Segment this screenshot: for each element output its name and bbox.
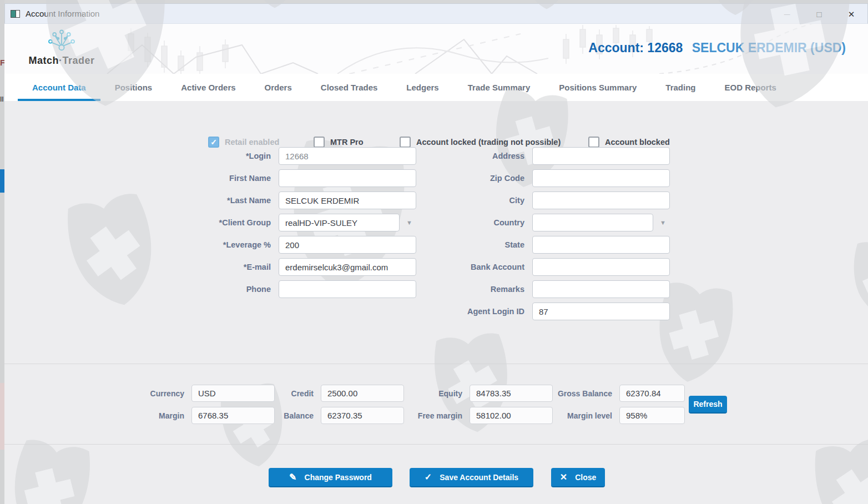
- client-group-select[interactable]: [279, 214, 400, 231]
- client-group-dropdown-arrow-icon[interactable]: ▼: [406, 219, 412, 226]
- phone-label: Phone: [183, 285, 271, 294]
- country-label: Country: [427, 218, 524, 227]
- zip-code-field[interactable]: [532, 169, 670, 187]
- financial-col-4: Gross Balance Margin level: [533, 385, 685, 424]
- city-field[interactable]: [532, 191, 670, 209]
- window-title: Account Information: [26, 9, 99, 18]
- login-field[interactable]: [279, 147, 416, 165]
- agent-login-id-label: Agent Login ID: [427, 307, 524, 316]
- dialog-header: Match·Trader Account: 12668 SELCUK ERDEM…: [4, 24, 868, 74]
- tab-orders[interactable]: Orders: [250, 74, 306, 101]
- gross-balance-label: Gross Balance: [533, 389, 612, 398]
- retail-enabled-checkbox[interactable]: ✓: [208, 137, 219, 148]
- leverage-field[interactable]: [279, 236, 416, 254]
- background-fragment: II: [0, 95, 4, 103]
- tab-positions-summary[interactable]: Positions Summary: [544, 74, 651, 101]
- account-locked-checkbox[interactable]: [400, 137, 411, 148]
- close-button[interactable]: ✕ Close: [551, 468, 605, 487]
- login-label: *Login: [183, 152, 271, 160]
- account-locked-checkbox-group: Account locked (trading not possible): [400, 137, 561, 148]
- phone-field[interactable]: [279, 280, 416, 298]
- close-window-button[interactable]: ✕: [835, 4, 867, 24]
- background-app-strip: F II: [0, 0, 4, 504]
- match-trader-logo: Match·Trader: [26, 28, 98, 67]
- zip-code-label: Zip Code: [427, 174, 524, 183]
- background-fragment: F: [0, 58, 4, 67]
- last-name-label: *Last Name: [183, 196, 271, 205]
- tab-positions[interactable]: Positions: [100, 74, 167, 101]
- logo-text: Match·Trader: [26, 55, 98, 67]
- bank-account-label: Bank Account: [427, 263, 524, 271]
- form-column-right: Address Zip Code City Country ▼ State Ba…: [427, 147, 670, 320]
- currency-label: Currency: [100, 389, 184, 398]
- free-margin-label: Free margin: [388, 411, 462, 420]
- mtr-pro-checkbox[interactable]: [314, 137, 325, 148]
- remarks-label: Remarks: [427, 285, 524, 294]
- account-blocked-checkbox[interactable]: [588, 137, 599, 148]
- state-label: State: [427, 240, 524, 249]
- tab-ledgers[interactable]: Ledgers: [392, 74, 453, 101]
- client-group-label: *Client Group: [183, 218, 271, 227]
- account-holder-name: SELCUK ERDEMIR (USD): [692, 41, 846, 55]
- credit-label: Credit: [244, 389, 314, 398]
- tab-eod-reports[interactable]: EOD Reports: [710, 74, 790, 101]
- account-blocked-checkbox-group: Account blocked: [588, 137, 670, 148]
- change-password-label: Change Password: [305, 473, 372, 482]
- tab-account-data[interactable]: Account Data: [18, 74, 100, 101]
- check-icon: ✓: [425, 472, 432, 482]
- window-controls: ─ □ ✕: [771, 4, 867, 24]
- bank-account-field[interactable]: [532, 258, 670, 276]
- tab-trading[interactable]: Trading: [651, 74, 710, 101]
- tab-closed-trades[interactable]: Closed Trades: [306, 74, 392, 101]
- gross-balance-field[interactable]: [619, 385, 685, 402]
- country-select[interactable]: [532, 214, 653, 231]
- mtr-pro-label: MTR Pro: [330, 138, 364, 147]
- pencil-icon: ✎: [289, 472, 296, 482]
- tab-trade-summary[interactable]: Trade Summary: [453, 74, 545, 101]
- close-label: Close: [575, 473, 596, 482]
- first-name-field[interactable]: [279, 169, 416, 187]
- equity-label: Equity: [388, 389, 462, 398]
- email-label: *E-mail: [183, 263, 271, 271]
- first-name-label: First Name: [183, 174, 271, 183]
- remarks-field[interactable]: [532, 280, 670, 298]
- retail-enabled-checkbox-group: ✓ Retail enabled: [208, 137, 279, 148]
- margin-level-field[interactable]: [619, 407, 685, 424]
- margin-label: Margin: [100, 411, 184, 420]
- agent-login-id-field[interactable]: [532, 303, 670, 320]
- save-account-details-button[interactable]: ✓ Save Account Details: [410, 468, 533, 487]
- email-field[interactable]: [279, 258, 416, 276]
- financial-col-3: Equity Free margin: [388, 385, 553, 424]
- mtr-pro-checkbox-group: MTR Pro: [314, 137, 364, 148]
- window-titlebar: Account Information ─ □ ✕: [4, 3, 868, 24]
- background-fragment: [0, 383, 4, 450]
- form-column-left: *Login First Name *Last Name *Client Gro…: [183, 147, 416, 298]
- divider: [4, 364, 868, 364]
- retail-enabled-label: Retail enabled: [225, 138, 279, 147]
- financial-col-2: Credit Balance: [244, 385, 404, 424]
- leverage-label: *Leverage %: [183, 240, 271, 249]
- close-icon: ✕: [560, 472, 567, 482]
- change-password-button[interactable]: ✎ Change Password: [269, 468, 392, 487]
- country-dropdown-arrow-icon[interactable]: ▼: [660, 219, 666, 226]
- address-label: Address: [427, 152, 524, 160]
- account-blocked-label: Account blocked: [605, 138, 670, 147]
- account-title: Account: 12668 SELCUK ERDEMIR (USD): [588, 41, 846, 56]
- tab-bar: Account Data Positions Active Orders Ord…: [4, 74, 868, 101]
- tab-active-orders[interactable]: Active Orders: [166, 74, 250, 101]
- margin-level-label: Margin level: [533, 411, 612, 420]
- last-name-field[interactable]: [279, 191, 416, 209]
- window-app-icon: [11, 10, 20, 18]
- balance-label: Balance: [244, 411, 314, 420]
- background-fragment: [0, 169, 4, 193]
- state-field[interactable]: [532, 236, 670, 254]
- divider: [4, 444, 868, 445]
- maximize-button[interactable]: □: [803, 4, 835, 24]
- refresh-button[interactable]: Refresh: [689, 396, 727, 414]
- account-number: Account: 12668: [588, 41, 683, 55]
- account-locked-label: Account locked (trading not possible): [416, 138, 561, 147]
- match-trader-crown-icon: [45, 28, 78, 52]
- minimize-button[interactable]: ─: [771, 4, 803, 24]
- city-label: City: [427, 196, 524, 205]
- address-field[interactable]: [532, 147, 670, 165]
